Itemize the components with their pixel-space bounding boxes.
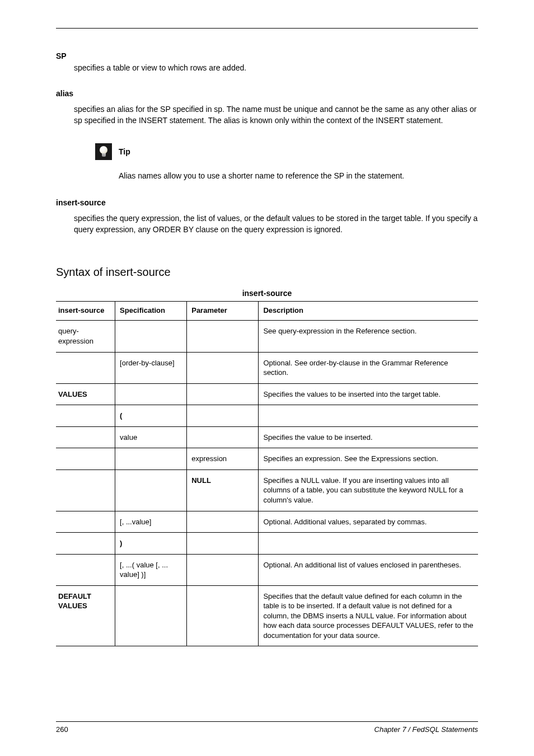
cell: NULL	[187, 469, 259, 511]
cell	[56, 469, 115, 511]
cell	[56, 554, 115, 585]
table-row: (	[56, 405, 478, 427]
page-footer: 260 Chapter 7 / FedSQL Statements	[56, 721, 478, 734]
table-row: )	[56, 533, 478, 555]
cell	[115, 383, 187, 405]
syntax-table: insert-source Specification Parameter De…	[56, 301, 478, 646]
cell: Optional. See order-by-clause in the Gra…	[259, 352, 478, 383]
table-row: NULL Specifies a NULL value. If you are …	[56, 469, 478, 511]
cell: Specifies the value to be inserted.	[259, 426, 478, 448]
tip-callout: Tip	[56, 143, 478, 160]
cell: (	[115, 405, 187, 427]
alias-label: alias	[56, 89, 478, 98]
cell: VALUES	[56, 383, 115, 405]
table-row: query-expression See query-expression in…	[56, 321, 478, 352]
sp-text: specifies a table or view to which rows …	[74, 63, 478, 72]
sp-block: SP specifies a table or view to which ro…	[56, 51, 478, 72]
cell: query-expression	[56, 321, 115, 352]
insert-source-text: specifies the query expression, the list…	[74, 213, 478, 236]
insert-source-label: insert-source	[56, 198, 478, 207]
lightbulb-icon	[95, 143, 112, 160]
table-row: expression Specifies an expression. See …	[56, 448, 478, 470]
table-body: query-expression See query-expression in…	[56, 321, 478, 646]
cell	[115, 469, 187, 511]
cell: Specifies that the default value defined…	[259, 585, 478, 646]
page-number: 260	[56, 725, 68, 734]
sp-label: SP	[56, 51, 67, 60]
cell	[187, 352, 259, 383]
cell	[115, 321, 187, 352]
cell	[187, 533, 259, 555]
table-caption: insert-source	[56, 289, 478, 298]
cell: [, ...( value [, ... value] )]	[115, 554, 187, 585]
cell	[259, 405, 478, 427]
table-row: VALUES Specifies the values to be insert…	[56, 383, 478, 405]
footer-rule	[56, 721, 478, 722]
cell: expression	[187, 448, 259, 470]
cell: )	[115, 533, 187, 555]
cell	[187, 321, 259, 352]
cell: Specifies an expression. See the Express…	[259, 448, 478, 470]
chapter-label: Chapter 7 / FedSQL Statements	[374, 725, 478, 734]
col-header-source: insert-source	[56, 302, 115, 321]
cell: Specifies the values to be inserted into…	[259, 383, 478, 405]
cell	[56, 533, 115, 555]
cell	[56, 511, 115, 533]
cell	[187, 426, 259, 448]
cell	[187, 585, 259, 646]
cell: Optional. Additional values, separated b…	[259, 511, 478, 533]
table-header-row: insert-source Specification Parameter De…	[56, 302, 478, 321]
cell	[187, 554, 259, 585]
cell	[56, 405, 115, 427]
cell: [, ...value]	[115, 511, 187, 533]
cell	[56, 352, 115, 383]
cell	[187, 383, 259, 405]
table-row: [, ...value] Optional. Additional values…	[56, 511, 478, 533]
cell: Optional. An additional list of values e…	[259, 554, 478, 585]
cell: Specifies a NULL value. If you are inser…	[259, 469, 478, 511]
cell: See query-expression in the Reference se…	[259, 321, 478, 352]
cell	[56, 426, 115, 448]
tip-body: Alias names allow you to use a shorter n…	[119, 170, 478, 181]
col-header-param: Parameter	[187, 302, 259, 321]
table-row: DEFAULT VALUES Specifies that the defaul…	[56, 585, 478, 646]
table-row: [, ...( value [, ... value] )] Optional.…	[56, 554, 478, 585]
cell	[115, 585, 187, 646]
cell: value	[115, 426, 187, 448]
table-row: value Specifies the value to be inserted…	[56, 426, 478, 448]
cell	[56, 448, 115, 470]
cell	[187, 511, 259, 533]
cell: DEFAULT VALUES	[56, 585, 115, 646]
col-header-spec: Specification	[115, 302, 187, 321]
col-header-desc: Description	[259, 302, 478, 321]
table-row: [order-by-clause] Optional. See order-by…	[56, 352, 478, 383]
header-rule	[56, 28, 478, 29]
tip-label: Tip	[119, 147, 130, 156]
cell	[187, 405, 259, 427]
cell	[115, 448, 187, 470]
alias-text: specifies an alias for the SP specified …	[74, 104, 478, 126]
cell: [order-by-clause]	[115, 352, 187, 383]
section-heading: Syntax of insert-source	[56, 266, 478, 279]
cell	[259, 533, 478, 555]
